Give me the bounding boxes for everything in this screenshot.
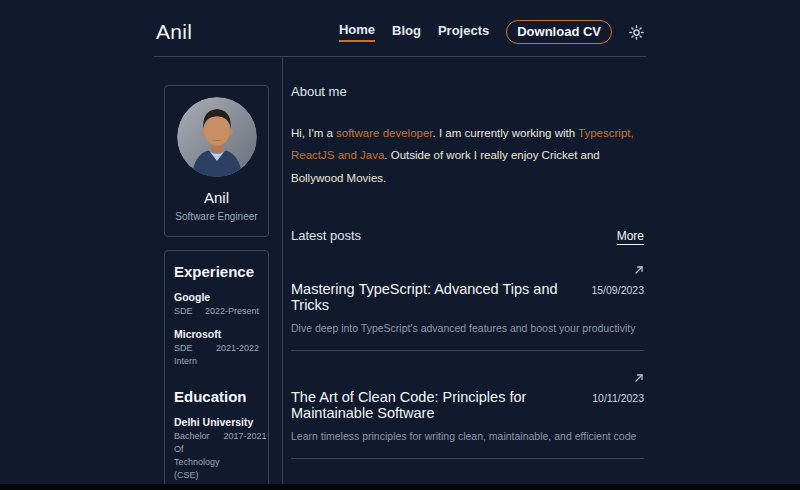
navbar: Anil Home Blog Projects Download CV (154, 0, 646, 57)
download-cv-button[interactable]: Download CV (506, 20, 612, 44)
about-text: Hi, I'm a software developer. I am curre… (291, 122, 643, 189)
post-date: 15/09/2023 (591, 284, 644, 296)
main-content: Anil Software Engineer Experience Google… (154, 57, 646, 490)
nav-item-projects[interactable]: Projects (438, 23, 489, 41)
education-item: Delhi University Bachelor Of Technology … (174, 416, 259, 482)
post-item[interactable]: The Art of Clean Code: Principles for Ma… (291, 351, 644, 459)
education-heading: Education (174, 388, 259, 405)
post-item[interactable]: Mastering TypeScript: Advanced Tips and … (291, 243, 644, 351)
latest-posts-section: Latest posts More Mastering TypeScript: … (291, 228, 644, 459)
job-role: SDE Intern (174, 342, 212, 368)
latest-posts-heading: Latest posts (291, 228, 361, 243)
about-text-part: . I am currently working with (433, 127, 579, 139)
nav-item-home[interactable]: Home (339, 22, 375, 42)
theme-toggle-button[interactable] (629, 25, 644, 40)
about-highlight: software developer (336, 127, 433, 139)
nav-menu: Home Blog Projects Download CV (339, 20, 644, 44)
company-name: Google (174, 291, 259, 303)
job-period: 2021-2022 (216, 342, 259, 368)
sun-icon (629, 25, 644, 40)
profile-name: Anil (171, 189, 262, 206)
experience-item: Google SDE 2022-Present (174, 291, 259, 318)
job-role: SDE (174, 305, 193, 318)
post-title[interactable]: Mastering TypeScript: Advanced Tips and … (291, 281, 579, 313)
content-column: About me Hi, I'm a software developer. I… (282, 57, 646, 490)
external-arrow-icon (634, 265, 644, 275)
about-section: About me Hi, I'm a software developer. I… (291, 84, 644, 189)
profile-card: Anil Software Engineer (164, 85, 269, 237)
study-period: 2017-2021 (224, 430, 267, 482)
site-logo[interactable]: Anil (156, 20, 192, 44)
post-title[interactable]: The Art of Clean Code: Principles for Ma… (291, 389, 580, 421)
school-name: Delhi University (174, 416, 259, 428)
post-description: Dive deep into TypeScript's advanced fea… (291, 322, 644, 334)
avatar (177, 97, 257, 177)
degree: Bachelor Of Technology (CSE) (174, 430, 220, 482)
job-period: 2022-Present (205, 305, 259, 318)
profile-role: Software Engineer (171, 211, 262, 222)
experience-heading: Experience (174, 263, 259, 280)
page-container: Anil Home Blog Projects Download CV (154, 0, 646, 485)
company-name: Microsoft (174, 328, 259, 340)
post-date: 10/11/2023 (592, 392, 644, 404)
more-link[interactable]: More (617, 229, 644, 243)
about-text-part: Hi, I'm a (291, 127, 336, 139)
experience-item: Microsoft SDE Intern 2021-2022 (174, 328, 259, 368)
about-heading: About me (291, 84, 644, 99)
viewport-bottom-edge (0, 484, 800, 490)
nav-item-blog[interactable]: Blog (392, 23, 421, 41)
post-description: Learn timeless principles for writing cl… (291, 430, 644, 442)
resume-card: Experience Google SDE 2022-Present Micro… (164, 250, 269, 490)
sidebar: Anil Software Engineer Experience Google… (154, 57, 282, 490)
external-arrow-icon (634, 373, 644, 383)
